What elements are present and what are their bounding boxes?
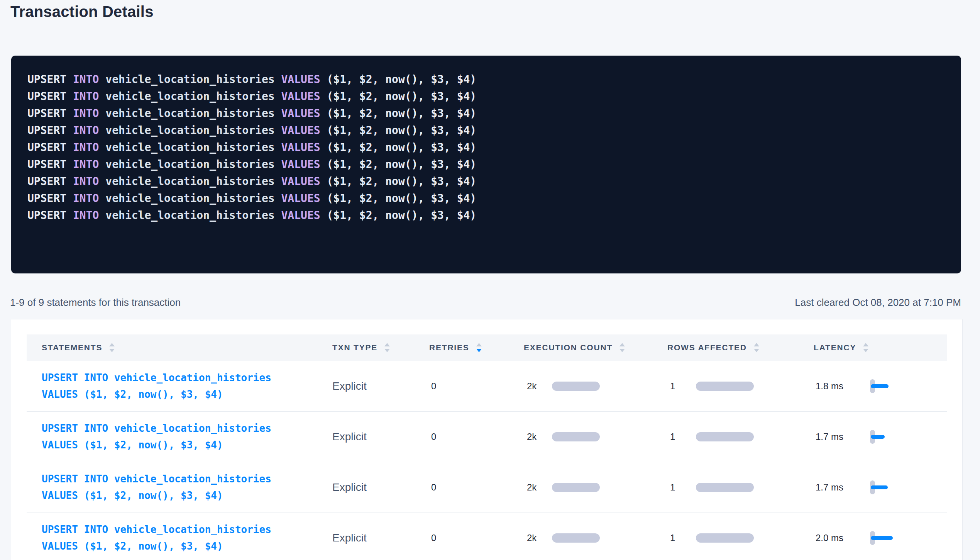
retries-cell: 0	[429, 533, 524, 543]
sql-statement-line: UPSERT INTO vehicle_location_histories V…	[27, 190, 950, 207]
retries-cell: 0	[429, 381, 524, 392]
table-header-row: Statements Txn Type Retries Execution Co…	[27, 334, 947, 361]
column-header-label: Statements	[42, 343, 102, 352]
execution-count-bar	[552, 432, 600, 441]
txn-type-cell: Explicit	[332, 481, 429, 494]
execution-count-cell: 2k	[524, 431, 667, 442]
sort-arrows-icon[interactable]	[754, 343, 759, 352]
column-header-label: Rows Affected	[667, 343, 747, 352]
column-header-label: Retries	[429, 343, 469, 352]
statement-link[interactable]: UPSERT INTO vehicle_location_histories V…	[42, 471, 332, 504]
rows-affected-cell: 1	[667, 482, 814, 493]
latency-bar-chart	[870, 531, 901, 545]
txn-type-cell: Explicit	[332, 431, 429, 443]
sort-up-icon	[619, 343, 625, 346]
statement-cell: UPSERT INTO vehicle_location_histories V…	[27, 420, 332, 453]
statement-link[interactable]: UPSERT INTO vehicle_location_histories V…	[42, 521, 332, 555]
execution-count-cell: 2k	[524, 482, 667, 493]
page-title: Transaction Details	[10, 3, 154, 20]
table-row: UPSERT INTO vehicle_location_histories V…	[27, 513, 947, 560]
sort-down-icon	[476, 349, 482, 352]
summary-row: 1-9 of 9 statements for this transaction…	[10, 297, 961, 309]
rows-affected-bar	[696, 432, 754, 441]
table-row: UPSERT INTO vehicle_location_histories V…	[27, 462, 947, 513]
statement-link[interactable]: UPSERT INTO vehicle_location_histories V…	[42, 420, 332, 453]
last-cleared-text: Last cleared Oct 08, 2020 at 7:10 PM	[795, 297, 961, 309]
rows-affected-bar	[696, 483, 754, 492]
sort-up-icon	[476, 343, 482, 346]
sql-statement-line: UPSERT INTO vehicle_location_histories V…	[27, 207, 950, 224]
column-header-label: Execution Count	[524, 343, 613, 352]
latency-cell: 1.7 ms	[814, 430, 947, 444]
txn-type-cell: Explicit	[332, 380, 429, 392]
execution-count-cell: 2k	[524, 381, 667, 392]
latency-cell: 1.7 ms	[814, 480, 947, 494]
sql-statement-line: UPSERT INTO vehicle_location_histories V…	[27, 105, 950, 122]
latency-bar	[871, 435, 885, 439]
rows-affected-cell: 1	[667, 431, 814, 442]
execution-count-bar	[552, 483, 600, 492]
sort-up-icon	[384, 343, 390, 346]
sort-arrows-icon[interactable]	[476, 343, 482, 352]
sql-statements-box: UPSERT INTO vehicle_location_histories V…	[11, 56, 961, 273]
column-header-label: Txn Type	[332, 343, 377, 352]
sort-arrows-icon[interactable]	[619, 343, 625, 352]
retries-cell: 0	[429, 431, 524, 442]
statement-link[interactable]: UPSERT INTO vehicle_location_histories V…	[42, 370, 332, 403]
column-header-retries[interactable]: Retries	[429, 343, 524, 352]
execution-count-cell: 2k	[524, 533, 667, 543]
sort-arrows-icon[interactable]	[384, 343, 390, 352]
latency-bar-chart	[870, 480, 901, 494]
sort-arrows-icon[interactable]	[109, 343, 115, 352]
latency-cell: 1.8 ms	[814, 379, 947, 393]
column-header-label: Latency	[814, 343, 856, 352]
sql-statement-line: UPSERT INTO vehicle_location_histories V…	[27, 156, 950, 173]
latency-bar	[871, 536, 893, 540]
sort-up-icon	[863, 343, 868, 346]
execution-count-bar	[552, 382, 600, 391]
table-body: UPSERT INTO vehicle_location_histories V…	[27, 361, 947, 560]
statement-cell: UPSERT INTO vehicle_location_histories V…	[27, 521, 332, 555]
rows-affected-cell: 1	[667, 533, 814, 543]
column-header-rows-affected[interactable]: Rows Affected	[667, 343, 814, 352]
statements-table: Statements Txn Type Retries Execution Co…	[27, 334, 947, 560]
sort-down-icon	[109, 349, 115, 352]
sql-statement-line: UPSERT INTO vehicle_location_histories V…	[27, 173, 950, 190]
txn-type-cell: Explicit	[332, 532, 429, 544]
statement-cell: UPSERT INTO vehicle_location_histories V…	[27, 370, 332, 403]
sql-statement-line: UPSERT INTO vehicle_location_histories V…	[27, 88, 950, 105]
table-row: UPSERT INTO vehicle_location_histories V…	[27, 412, 947, 462]
latency-bar	[871, 384, 889, 388]
table-row: UPSERT INTO vehicle_location_histories V…	[27, 361, 947, 412]
sort-down-icon	[384, 349, 390, 352]
retries-cell: 0	[429, 482, 524, 493]
rows-affected-bar	[696, 382, 754, 391]
rows-affected-bar	[696, 533, 754, 543]
sql-statement-line: UPSERT INTO vehicle_location_histories V…	[27, 122, 950, 139]
column-header-latency[interactable]: Latency	[814, 343, 947, 352]
statement-cell: UPSERT INTO vehicle_location_histories V…	[27, 471, 332, 504]
latency-bar	[871, 485, 888, 489]
column-header-txn-type[interactable]: Txn Type	[332, 343, 429, 352]
execution-count-bar	[552, 533, 600, 543]
sql-statement-line: UPSERT INTO vehicle_location_histories V…	[27, 139, 950, 156]
rows-affected-cell: 1	[667, 381, 814, 392]
latency-bar-chart	[870, 430, 901, 444]
sort-down-icon	[863, 349, 868, 352]
sort-down-icon	[754, 349, 759, 352]
sort-up-icon	[754, 343, 759, 346]
column-header-execution-count[interactable]: Execution Count	[524, 343, 667, 352]
statements-table-card: Statements Txn Type Retries Execution Co…	[11, 319, 962, 560]
sort-up-icon	[109, 343, 115, 346]
column-header-statements[interactable]: Statements	[27, 343, 332, 352]
latency-cell: 2.0 ms	[814, 531, 947, 545]
latency-bar-chart	[870, 379, 901, 393]
statements-count-text: 1-9 of 9 statements for this transaction	[10, 297, 181, 309]
sort-down-icon	[619, 349, 625, 352]
sort-arrows-icon[interactable]	[863, 343, 868, 352]
sql-statement-line: UPSERT INTO vehicle_location_histories V…	[27, 71, 950, 88]
